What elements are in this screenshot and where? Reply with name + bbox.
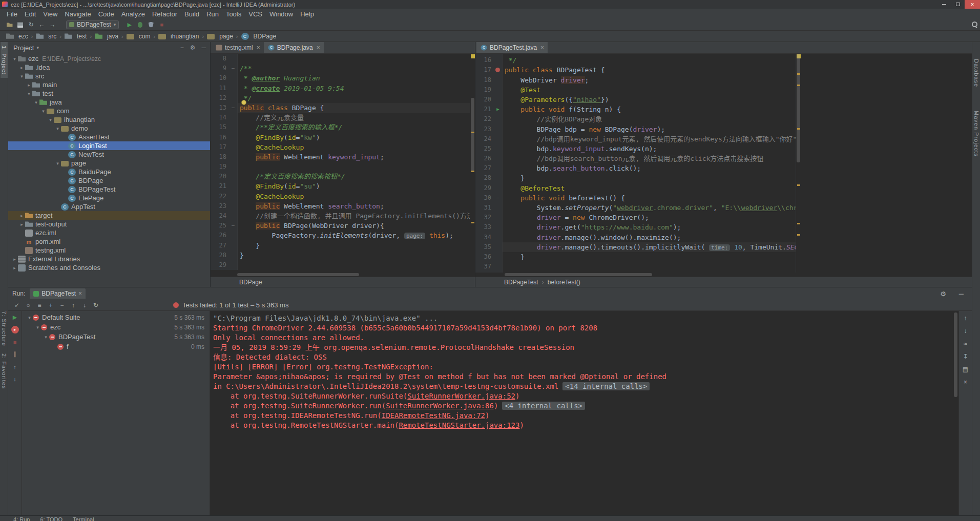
tree-row-test[interactable]: ▾test [8, 89, 210, 98]
fold-icon[interactable]: − [229, 64, 237, 73]
chevron-open-icon[interactable]: ▾ [54, 161, 61, 166]
fold-icon[interactable]: − [494, 193, 502, 203]
test-row-f[interactable]: f0 ms [22, 342, 210, 351]
tool-window-button-maven-projects[interactable]: Maven Projects [973, 107, 980, 160]
breadcrumb-item-BDPage[interactable]: CBDPage [240, 33, 278, 40]
stack-trace-link[interactable]: IDEARemoteTestNG.java:72 [382, 411, 485, 420]
stack-trace-link[interactable]: SuiteRunnerWorker.java:86 [386, 402, 494, 410]
chevron-closed-icon[interactable]: ▸ [18, 213, 25, 218]
settings-gear-icon[interactable]: ⚙ [940, 290, 946, 298]
synchronize-icon[interactable]: ↻ [26, 20, 36, 29]
internal-calls-badge[interactable]: <4 internal calls> [502, 402, 585, 410]
menu-run[interactable]: Run [203, 10, 222, 18]
menu-refactor[interactable]: Refactor [149, 10, 181, 18]
editor-left-scrollbar[interactable] [470, 54, 475, 273]
hide-passed-icon[interactable]: ✓ [11, 302, 23, 309]
test-row-bdpagetest[interactable]: ▾BDPageTest5 s 363 ms [22, 332, 210, 342]
tree-row-main[interactable]: ▸main [8, 80, 210, 89]
chevron-open-icon[interactable]: ▾ [11, 56, 18, 61]
tool-window-button-2-favorites[interactable]: 2: Favorites [1, 350, 8, 392]
menu-tools[interactable]: Tools [222, 10, 245, 18]
breadcrumb-item-page[interactable]: page [206, 33, 234, 40]
breadcrumb-item[interactable]: BDPage [239, 279, 262, 286]
coverage-icon[interactable] [145, 20, 156, 29]
tree-row-scratches-and-consoles[interactable]: ▸Scratches and Consoles [8, 263, 210, 272]
intention-bulb-icon[interactable] [241, 100, 246, 105]
tool-window-button-7-structure[interactable]: 7: Structure [1, 307, 8, 350]
tree-row-pom-xml[interactable]: mpom.xml [8, 237, 210, 246]
chevron-open-icon[interactable]: ▾ [54, 126, 61, 131]
breadcrumb-item-ihuangtian[interactable]: ihuangtian [157, 33, 200, 40]
tree-row-external-libraries[interactable]: ▸External Libraries [8, 255, 210, 263]
tree-row-ihuangtian[interactable]: ▾ihuangtian [8, 115, 210, 124]
stack-trace-link[interactable]: RemoteTestNGStarter.java:123 [399, 421, 519, 429]
forward-icon[interactable]: → [47, 20, 58, 29]
scrollbar-thumb[interactable] [954, 312, 957, 397]
menu-navigate[interactable]: Navigate [61, 10, 94, 18]
menu-window[interactable]: Window [266, 10, 297, 18]
sort-icon[interactable]: ≡ [34, 302, 45, 309]
menu-file[interactable]: File [3, 10, 21, 18]
console-output[interactable]: "C:\Program Files\Java\jdk1.8.0_74\bin\j… [210, 311, 953, 515]
next-occurrence-icon[interactable]: ↓ [11, 375, 19, 383]
tree-row-testng-xml[interactable]: testng.xml [8, 246, 210, 255]
to-bottom-icon[interactable]: ↓ [964, 327, 967, 335]
editor-right-hscrollbar[interactable] [475, 273, 972, 277]
run-class-icon[interactable] [494, 65, 502, 75]
breadcrumb-item-java[interactable]: java [94, 33, 119, 40]
tree-row-baidupage[interactable]: CBaiduPage [8, 168, 210, 176]
maximize-button[interactable] [951, 0, 965, 9]
chevron-open-icon[interactable]: ▾ [47, 117, 54, 122]
tree-row-src[interactable]: ▾src [8, 72, 210, 80]
test-row-ezc[interactable]: ▾ezc5 s 363 ms [22, 322, 210, 332]
menu-build[interactable]: Build [181, 10, 203, 18]
back-icon[interactable]: ← [36, 20, 47, 29]
breadcrumb-item[interactable]: BDPageTest [504, 279, 538, 286]
editor-left-hscrollbar[interactable] [211, 273, 475, 277]
fold-icon[interactable]: − [229, 103, 237, 113]
tree-row-ezc-iml[interactable]: ezc.iml [8, 228, 210, 237]
chevron-closed-icon[interactable]: ▸ [26, 82, 32, 88]
expand-all-icon[interactable]: + [45, 302, 56, 309]
internal-calls-badge[interactable]: <14 internal calls> [562, 382, 650, 390]
run-test-icon[interactable]: ▶ [494, 105, 502, 114]
previous-failed-test-icon[interactable]: ↑ [68, 302, 79, 309]
rerun-failed-tests-icon[interactable]: ▸ [11, 326, 19, 334]
run-tab[interactable]: BDPageTest × [30, 288, 86, 299]
stop-icon[interactable]: ■ [156, 20, 167, 29]
tree-row-asserttest[interactable]: CAssertTest [8, 133, 210, 141]
breadcrumb-item[interactable]: beforeTest() [548, 279, 580, 286]
chevron-closed-icon[interactable]: ▸ [18, 222, 25, 227]
tree-row-target[interactable]: ▸target [8, 211, 210, 220]
collapse-all-icon[interactable]: − [180, 44, 184, 51]
chevron-closed-icon[interactable]: ▸ [18, 65, 25, 70]
previous-occurrence-icon[interactable]: ↑ [11, 363, 19, 370]
soft-wrap-icon[interactable]: ≈ [964, 340, 967, 347]
hide-panel-icon[interactable]: ─ [959, 290, 964, 298]
next-failed-test-icon[interactable]: ↓ [79, 302, 90, 309]
scrollbar-thumb[interactable] [471, 98, 474, 172]
close-icon[interactable]: × [78, 290, 82, 297]
tree-row-bdpage[interactable]: CBDPage [8, 176, 210, 185]
tab-bdpage.java[interactable]: CBDPage.java× [264, 42, 324, 53]
tool-window-button-database[interactable]: Database [973, 55, 980, 91]
breadcrumb-item-src[interactable]: src [35, 33, 57, 40]
editor-right-scrollbar[interactable] [796, 54, 801, 273]
menu-analyze[interactable]: Analyze [118, 10, 149, 18]
chevron-closed-icon[interactable]: ▸ [11, 265, 18, 270]
tree-row--idea[interactable]: ▸.idea [8, 63, 210, 72]
statusbar-item-terminal[interactable]: Terminal [73, 516, 94, 521]
hide-panel-icon[interactable]: ─ [201, 44, 206, 51]
chevron-open-icon[interactable]: ▾ [26, 315, 33, 320]
chevron-open-icon[interactable]: ▾ [34, 325, 41, 330]
tree-row-java[interactable]: ▾java [8, 98, 210, 107]
show-ignored-icon[interactable]: ○ [23, 302, 34, 309]
breadcrumb-item-ezc[interactable]: ezc [5, 33, 29, 40]
settings-gear-icon[interactable]: ⚙ [190, 44, 196, 51]
tree-row-elepage[interactable]: CElePage [8, 194, 210, 202]
test-row-default-suite[interactable]: ▾Default Suite5 s 363 ms [22, 312, 210, 322]
test-history-icon[interactable]: ↻ [90, 302, 101, 309]
chevron-open-icon[interactable]: ▾ [18, 74, 25, 79]
to-top-icon[interactable]: ↑ [964, 315, 967, 322]
close-button[interactable]: × [965, 0, 980, 9]
